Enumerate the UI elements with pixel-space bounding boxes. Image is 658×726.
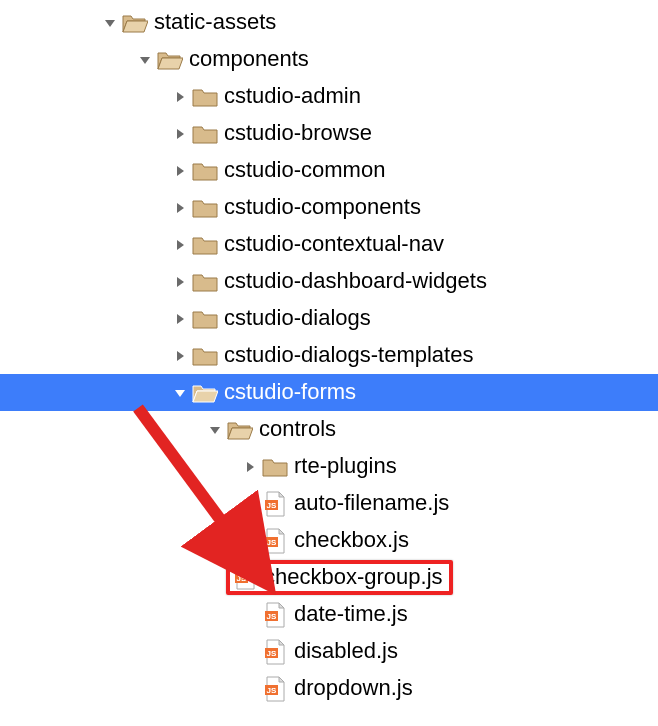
tree-row[interactable]: cstudio-admin — [0, 78, 658, 115]
chevron-down-icon[interactable] — [135, 54, 155, 66]
tree-row[interactable]: controls — [0, 411, 658, 448]
folder-icon — [190, 160, 220, 182]
folder-icon — [190, 197, 220, 219]
tree-row[interactable]: cstudio-dialogs — [0, 300, 658, 337]
js-file-icon: JS — [260, 602, 290, 628]
tree-row[interactable]: cstudio-browse — [0, 115, 658, 152]
folder-icon — [190, 271, 220, 293]
js-file-icon: JS — [260, 491, 290, 517]
folder-icon — [190, 123, 220, 145]
tree-row[interactable]: static-assets — [0, 4, 658, 41]
tree-item-label: components — [185, 46, 309, 72]
chevron-right-icon[interactable] — [170, 128, 190, 140]
tree-item-label: cstudio-contextual-nav — [220, 231, 444, 257]
tree-row[interactable]: cstudio-common — [0, 152, 658, 189]
tree-row[interactable]: components — [0, 41, 658, 78]
folder-open-icon — [155, 49, 185, 71]
tree-item-label: cstudio-dashboard-widgets — [220, 268, 487, 294]
chevron-right-icon[interactable] — [170, 350, 190, 362]
tree-item-label: cstudio-forms — [220, 379, 356, 405]
chevron-right-icon[interactable] — [170, 165, 190, 177]
tree-row[interactable]: cstudio-forms — [0, 374, 658, 411]
svg-rect-4 — [235, 573, 248, 583]
tree-item-label: cstudio-browse — [220, 120, 372, 146]
tree-row[interactable]: JSdropdown.js — [0, 670, 658, 707]
tree-item-label: controls — [255, 416, 336, 442]
js-file-icon: JS — [230, 564, 260, 590]
js-file-icon: JS — [260, 528, 290, 554]
tree-row[interactable]: JSauto-filename.js — [0, 485, 658, 522]
tree-item-label: cstudio-common — [220, 157, 385, 183]
chevron-down-icon[interactable] — [100, 17, 120, 29]
tree-row[interactable]: JScheckbox-group.js — [0, 559, 658, 596]
tree-row[interactable]: cstudio-contextual-nav — [0, 226, 658, 263]
folder-icon — [190, 308, 220, 330]
js-file-icon: JS — [260, 676, 290, 702]
tree-item-label: checkbox-group.js — [260, 564, 443, 590]
tree-row[interactable]: rte-plugins — [0, 448, 658, 485]
tree-row[interactable]: JScheckbox.js — [0, 522, 658, 559]
chevron-right-icon[interactable] — [170, 313, 190, 325]
tree-row[interactable]: JSdisabled.js — [0, 633, 658, 670]
tree-item-label: static-assets — [150, 9, 276, 35]
folder-open-selected-icon — [190, 382, 220, 404]
tree-row[interactable]: JSdate-time.js — [0, 596, 658, 633]
tree-item-label: cstudio-dialogs — [220, 305, 371, 331]
folder-open-icon — [225, 419, 255, 441]
chevron-right-icon[interactable] — [170, 239, 190, 251]
folder-open-icon — [120, 12, 150, 34]
tree-row[interactable]: cstudio-dashboard-widgets — [0, 263, 658, 300]
svg-text:JS: JS — [267, 649, 277, 658]
svg-text:JS: JS — [237, 574, 247, 583]
tree-item-label: auto-filename.js — [290, 490, 449, 516]
chevron-right-icon[interactable] — [240, 461, 260, 473]
folder-icon — [260, 456, 290, 478]
highlight-box: JScheckbox-group.js — [226, 560, 453, 594]
svg-text:JS: JS — [267, 612, 277, 621]
chevron-right-icon[interactable] — [170, 202, 190, 214]
tree-item-label: rte-plugins — [290, 453, 397, 479]
chevron-right-icon[interactable] — [170, 276, 190, 288]
tree-item-label: cstudio-dialogs-templates — [220, 342, 473, 368]
folder-icon — [190, 234, 220, 256]
tree-item-label: dropdown.js — [290, 675, 413, 701]
chevron-right-icon[interactable] — [170, 91, 190, 103]
chevron-down-icon[interactable] — [170, 387, 190, 399]
tree-row[interactable]: cstudio-dialogs-templates — [0, 337, 658, 374]
tree-item-label: cstudio-admin — [220, 83, 361, 109]
tree-item-label: date-time.js — [290, 601, 408, 627]
folder-icon — [190, 345, 220, 367]
svg-text:JS: JS — [267, 538, 277, 547]
file-tree: static-assetscomponentscstudio-admincstu… — [0, 0, 658, 707]
svg-text:JS: JS — [267, 686, 277, 695]
folder-icon — [190, 86, 220, 108]
chevron-down-icon[interactable] — [205, 424, 225, 436]
tree-item-label: disabled.js — [290, 638, 398, 664]
tree-item-label: cstudio-components — [220, 194, 421, 220]
tree-row[interactable]: cstudio-components — [0, 189, 658, 226]
svg-text:JS: JS — [267, 501, 277, 510]
tree-item-label: checkbox.js — [290, 527, 409, 553]
js-file-icon: JS — [260, 639, 290, 665]
